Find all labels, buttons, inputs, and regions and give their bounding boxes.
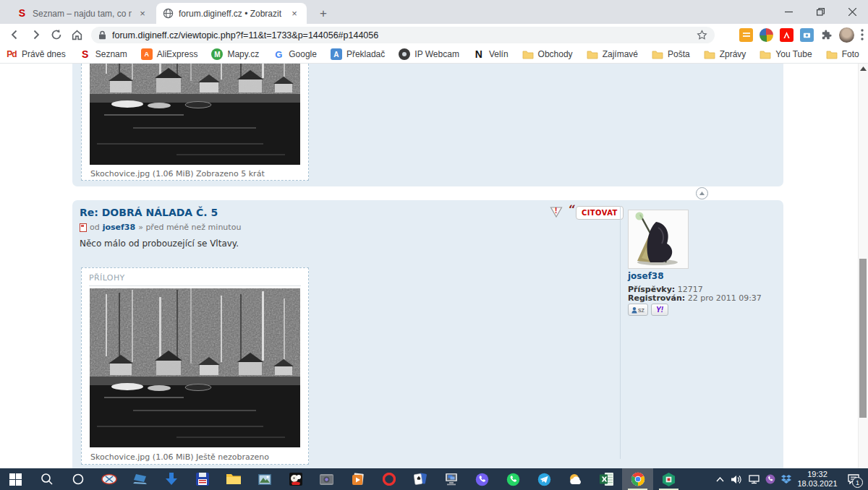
start-button[interactable] bbox=[0, 468, 31, 490]
bookmark-ip-webcam[interactable]: IP Webcam bbox=[399, 48, 459, 60]
bookmark-label: Právě dnes bbox=[22, 49, 66, 59]
aliexpress-logo-icon: A bbox=[141, 48, 153, 60]
media-player-button[interactable] bbox=[342, 468, 373, 490]
bookmark-folder-posta[interactable]: Pošta bbox=[652, 48, 690, 60]
bookmark-folder-foto[interactable]: Foto bbox=[826, 48, 859, 60]
author-link[interactable]: josef38 bbox=[103, 223, 135, 232]
back-to-top-button[interactable] bbox=[696, 187, 708, 199]
attachments-label: PŘÍLOHY bbox=[89, 273, 125, 283]
minipost-icon[interactable] bbox=[80, 223, 87, 232]
extensions-puzzle-icon[interactable] bbox=[820, 29, 833, 41]
address-bar[interactable]: forum.digineff.cz/viewtopic.php?f=11&t=1… bbox=[91, 27, 715, 43]
profile-username-link[interactable]: josef38 bbox=[628, 271, 664, 281]
home-button[interactable] bbox=[68, 26, 85, 43]
attachment-photo[interactable] bbox=[90, 288, 300, 447]
folder-icon bbox=[704, 48, 715, 60]
bookmark-folder-youtube[interactable]: You Tube bbox=[760, 48, 812, 60]
close-button[interactable] bbox=[836, 0, 868, 24]
bookmark-mapy[interactable]: MMapy.cz bbox=[211, 48, 259, 60]
opera-browser-button[interactable] bbox=[373, 468, 404, 490]
bookmark-prekladac[interactable]: APřekladač bbox=[331, 48, 385, 60]
photo-extension-icon[interactable] bbox=[800, 28, 814, 42]
action-center-button[interactable]: 1 bbox=[841, 468, 867, 490]
chrome-taskbar-button[interactable] bbox=[622, 468, 653, 490]
yahoo-messenger-button[interactable]: Y! bbox=[651, 304, 668, 316]
bookmark-star-icon[interactable] bbox=[697, 30, 707, 40]
back-button[interactable] bbox=[6, 26, 23, 43]
tab-seznam[interactable]: S Seznam – najdu tam, co neznám bbox=[10, 3, 155, 24]
bookmark-folder-zajimave[interactable]: Zajímavé bbox=[587, 48, 638, 60]
banking-app-button[interactable] bbox=[435, 468, 467, 490]
post-josef38: Re: DOBRÁ NÁLADA Č. 5 CITOVAT od josef38… bbox=[72, 200, 783, 468]
bookmark-folder-zpravy[interactable]: Zprávy bbox=[704, 48, 746, 60]
dropbox-tray-icon[interactable] bbox=[778, 468, 794, 490]
viber-tray-icon[interactable] bbox=[762, 468, 778, 490]
private-message-button[interactable]: sz bbox=[628, 304, 648, 316]
backup-floppy-button[interactable] bbox=[187, 468, 218, 490]
post-title[interactable]: Re: DOBRÁ NÁLADA Č. 5 bbox=[80, 207, 218, 218]
solitaire-button[interactable] bbox=[404, 468, 435, 490]
chrome-menu-icon[interactable] bbox=[861, 29, 864, 40]
joker-game-button[interactable] bbox=[280, 468, 311, 490]
adobe-acrobat-extension-icon[interactable] bbox=[780, 28, 793, 42]
mapy-logo-icon: M bbox=[211, 48, 223, 60]
bookmark-aliexpress[interactable]: AAliExpress bbox=[141, 48, 198, 60]
tab-close-icon[interactable] bbox=[137, 8, 148, 20]
lock-icon[interactable] bbox=[98, 30, 106, 40]
tab-close-icon[interactable] bbox=[289, 8, 300, 20]
viber-button[interactable] bbox=[467, 468, 498, 490]
divider bbox=[620, 206, 621, 459]
profile-avatar[interactable] bbox=[839, 27, 854, 43]
photos-app-button[interactable] bbox=[249, 468, 280, 490]
network-icon[interactable] bbox=[745, 468, 762, 490]
reload-button[interactable] bbox=[48, 26, 65, 43]
scrollbar-thumb[interactable] bbox=[859, 259, 867, 418]
scrollbar-up-arrow[interactable] bbox=[860, 66, 867, 71]
quote-button[interactable]: CITOVAT bbox=[576, 206, 624, 220]
bookmark-seznam[interactable]: SSeznam bbox=[80, 48, 127, 60]
forum-page: Skochovice.jpg (1.06 MiB) Zobrazeno 5 kr… bbox=[0, 64, 868, 468]
folder-icon bbox=[522, 48, 534, 60]
folder-icon bbox=[760, 48, 771, 60]
new-tab-button[interactable] bbox=[315, 6, 331, 22]
forward-button[interactable] bbox=[27, 26, 45, 43]
file-explorer-button[interactable] bbox=[218, 468, 249, 490]
bookmark-label: Pošta bbox=[668, 49, 690, 59]
byline-prefix: od bbox=[90, 223, 100, 232]
exclamation-icon bbox=[555, 207, 557, 215]
kaspersky-button[interactable] bbox=[653, 468, 684, 490]
laptop-app-button[interactable] bbox=[124, 468, 156, 490]
tray-clock[interactable]: 19:32 18.03.2021 bbox=[793, 470, 842, 489]
minimize-button[interactable] bbox=[773, 0, 804, 24]
report-post-button[interactable] bbox=[550, 207, 563, 218]
bookmark-label: Překladač bbox=[346, 49, 385, 59]
tab-forum-active[interactable]: forum.digineff.cz • Zobrazit téma bbox=[156, 3, 307, 24]
camera-app-button[interactable] bbox=[311, 468, 342, 490]
bookmark-velin[interactable]: NVelín bbox=[473, 48, 509, 60]
extensions-row bbox=[739, 26, 864, 43]
restore-button[interactable] bbox=[804, 0, 836, 24]
google-logo-icon: G bbox=[273, 48, 284, 60]
telegram-button[interactable] bbox=[529, 468, 560, 490]
bookmark-folder-obchody[interactable]: Obchody bbox=[522, 48, 573, 60]
user-avatar[interactable] bbox=[628, 210, 689, 269]
bookmarks-bar: PdPrávě dnes SSeznam AAliExpress MMapy.c… bbox=[0, 46, 868, 64]
snipping-tool-button[interactable] bbox=[93, 468, 124, 490]
bookmark-prave-dnes[interactable]: PdPrávě dnes bbox=[6, 48, 66, 60]
extension-orange-icon[interactable] bbox=[739, 28, 753, 42]
extension-multicolor-icon[interactable] bbox=[760, 28, 773, 42]
cortana-button[interactable] bbox=[62, 468, 93, 490]
tray-chevron-icon[interactable] bbox=[712, 468, 728, 490]
download-app-button[interactable] bbox=[156, 468, 187, 490]
excel-button[interactable] bbox=[591, 468, 622, 490]
volume-icon[interactable] bbox=[728, 468, 745, 490]
weather-app-button[interactable] bbox=[560, 468, 591, 490]
bookmark-label: Zprávy bbox=[720, 49, 746, 59]
bookmark-label: AliExpress bbox=[157, 49, 198, 59]
bookmark-google[interactable]: GGoogle bbox=[273, 48, 317, 60]
attachment-photo[interactable] bbox=[90, 64, 300, 165]
byline-time: » před méně než minutou bbox=[138, 223, 241, 232]
whatsapp-button[interactable] bbox=[498, 468, 529, 490]
taskbar-search-button[interactable] bbox=[31, 468, 62, 490]
window-controls bbox=[773, 0, 868, 24]
